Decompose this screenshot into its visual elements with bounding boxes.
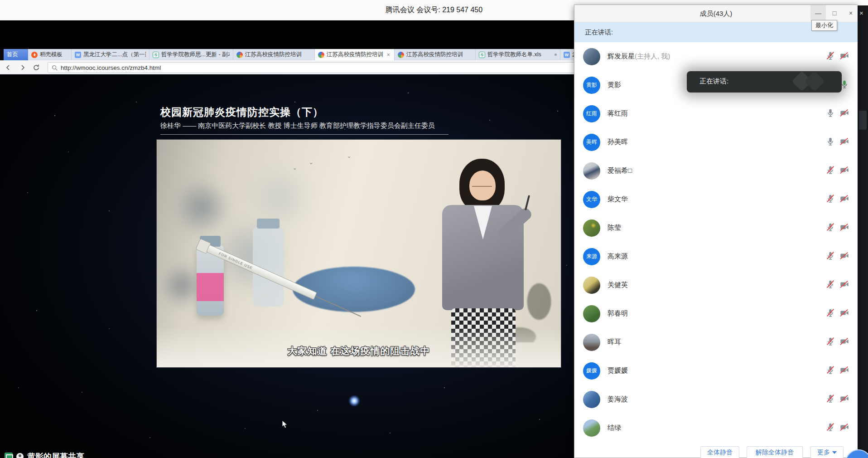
back-icon[interactable] [3, 62, 14, 73]
screenshare-banner: 黄影的屏幕共享 [5, 450, 84, 458]
member-row[interactable]: 美晖 孙美晖 [574, 128, 858, 156]
avatar [583, 334, 600, 351]
more-button[interactable]: 更多 [810, 446, 844, 458]
member-row[interactable]: 文华 柴文华 [574, 185, 858, 214]
member-row[interactable]: 关健英 [574, 271, 858, 299]
browser-tab[interactable]: 首页 [4, 49, 28, 60]
mic-icon[interactable] [825, 279, 835, 291]
divider [160, 134, 448, 135]
mouse-cursor [281, 420, 289, 431]
browser-window-edge: × [858, 5, 868, 458]
mic-icon[interactable] [825, 422, 835, 434]
mic-icon[interactable] [825, 222, 835, 234]
avatar [583, 419, 600, 437]
avatar: 媛媛 [583, 362, 600, 380]
mic-icon[interactable] [825, 308, 835, 320]
camera-icon[interactable] [839, 251, 849, 263]
camera-icon[interactable] [839, 136, 849, 148]
mic-icon[interactable] [825, 251, 835, 263]
mute-all-button[interactable]: 全体静音 [700, 446, 739, 458]
speaking-toast-label: 正在讲话: [699, 77, 728, 86]
mic-icon[interactable] [825, 136, 835, 148]
window-close-icon[interactable]: × [859, 9, 863, 17]
mic-icon[interactable] [825, 336, 835, 348]
camera-icon[interactable] [839, 336, 849, 348]
camera-icon[interactable] [839, 279, 849, 291]
starfield [0, 74, 1, 75]
tab-modified-dot [555, 54, 557, 56]
unmute-all-button[interactable]: 解除全体静音 [747, 446, 803, 458]
mic-icon[interactable] [825, 194, 835, 205]
bird-icon: ⌄ [293, 165, 297, 171]
camera-icon[interactable] [839, 394, 849, 405]
course-favicon-icon [397, 51, 405, 59]
blurred-background [157, 149, 338, 344]
member-row[interactable]: 晖耳 [574, 328, 858, 356]
member-list: 辉发辰星(主持人, 我) 黄影 黄影 红雨 蒋红雨 美晖 孙美晖 爱福希□ 文华 [574, 42, 858, 458]
forward-icon[interactable] [17, 62, 28, 73]
bird-icon: ⌄ [347, 153, 351, 159]
member-row[interactable]: 红雨 蒋红雨 [574, 99, 858, 128]
camera-icon[interactable] [839, 165, 849, 177]
browser-tab[interactable]: 江苏高校疫情防控培训 [395, 49, 476, 60]
camera-icon[interactable] [839, 108, 849, 120]
speaking-toast: 正在讲话: [687, 71, 842, 93]
camera-icon[interactable] [839, 308, 849, 320]
search-icon [52, 65, 58, 71]
member-name: 晖耳 [608, 338, 621, 346]
camera-icon[interactable] [839, 51, 849, 63]
browser-tab[interactable]: 江苏高校疫情防控培训 [233, 49, 315, 60]
camera-icon[interactable] [839, 194, 849, 205]
tab-label: 江苏高校疫情防控培训 [245, 51, 311, 58]
member-name: 结绿 [608, 424, 621, 431]
member-row[interactable]: 爱福希□ [574, 156, 858, 185]
member-name: 辉发辰星 [608, 52, 635, 60]
wps-s-favicon-icon: S [479, 52, 485, 58]
member-row[interactable]: 姜海波 [574, 385, 858, 414]
avatar [583, 277, 600, 294]
member-row[interactable]: 结绿 [574, 414, 858, 442]
member-name: 姜海波 [608, 395, 628, 403]
member-role-suffix: (主持人, 我) [635, 52, 670, 60]
member-name: 贾媛媛 [608, 366, 628, 374]
browser-tab[interactable]: 稻壳模板 [28, 49, 72, 60]
video-speaker-line: 徐桂华 —— 南京中医药大学副校长 教授 博士生导师 教育部护理教学指导委员会副… [160, 122, 435, 130]
browser-tab[interactable]: S哲学学院教师名单.xls [476, 49, 560, 60]
member-row[interactable]: 辉发辰星(主持人, 我) [574, 42, 858, 71]
camera-icon[interactable] [839, 365, 849, 377]
mic-icon[interactable] [825, 165, 835, 177]
members-panel-footer: 全体静音 解除全体静音 更多 [574, 440, 858, 458]
minimize-tooltip: 最小化 [811, 20, 837, 31]
avatar: 来源 [583, 248, 600, 265]
avatar: 文华 [583, 191, 600, 208]
browser-tab[interactable]: 江苏高校疫情防控培训× [315, 49, 395, 60]
scrollbar-thumb[interactable] [859, 111, 867, 130]
share-screen-icon [5, 453, 13, 458]
camera-icon[interactable] [839, 222, 849, 234]
refresh-icon[interactable] [31, 62, 42, 73]
bright-star [348, 395, 360, 407]
camera-icon[interactable] [839, 422, 849, 434]
mic-icon[interactable] [825, 51, 835, 63]
video-player[interactable]: FOR SINGLE USE ⌄ ⌄ ⌄ 大家知道 在这场疫情的阻击战中 [157, 140, 561, 367]
avatar [583, 162, 600, 180]
avatar: 黄影 [583, 77, 600, 94]
tab-label: 稻壳模板 [40, 51, 68, 58]
tab-label: 首页 [7, 51, 25, 58]
mic-icon[interactable] [825, 365, 835, 377]
panel-close-button[interactable]: × [843, 5, 858, 22]
member-row[interactable]: 媛媛 贾媛媛 [574, 356, 858, 385]
mic-icon[interactable] [825, 394, 835, 405]
wps-w-favicon-icon: W [75, 52, 81, 58]
member-row[interactable]: 郭春明 [574, 299, 858, 328]
tab-close-icon[interactable]: × [386, 51, 391, 58]
video-subtitle: 大家知道 在这场疫情的阻击战中 [157, 345, 561, 357]
mic-icon[interactable] [825, 108, 835, 120]
tab-label: 哲学学院教师名单.xls [487, 51, 552, 58]
member-row[interactable]: 陈莹 [574, 214, 858, 242]
browser-tab[interactable]: S哲学学院教师思...更新 - 副本 [149, 49, 233, 60]
member-row[interactable]: 来源 高来源 [574, 242, 858, 271]
member-name: 黄影 [608, 81, 621, 88]
course-favicon-icon [317, 51, 325, 59]
browser-tab[interactable]: W黑龙江大学二...点（第一期） [72, 49, 149, 60]
